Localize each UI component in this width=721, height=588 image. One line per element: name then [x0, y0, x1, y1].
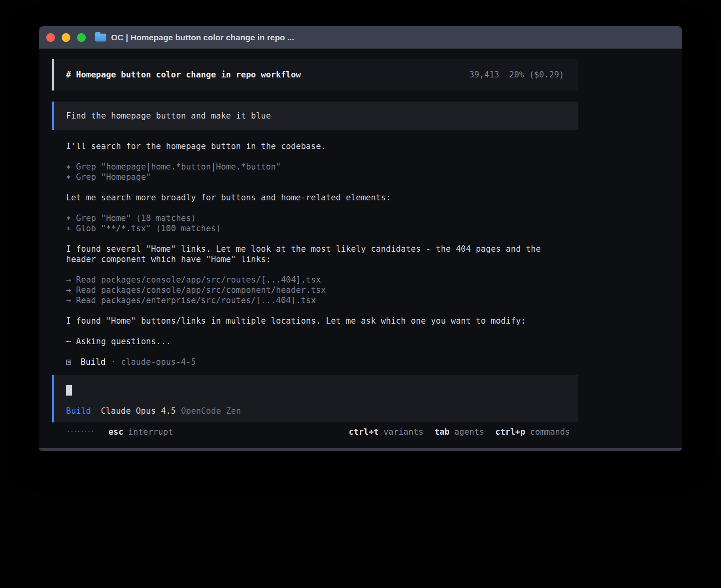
terminal-window: OC | Homepage button color change in rep…	[39, 26, 682, 451]
shortcut-commands: ctrl+p commands	[495, 427, 570, 437]
tool-call-grep: ∗ Grep "homepage|home.*button|Home.*butt…	[66, 162, 564, 172]
assistant-text: I found several "Home" links. Let me loo…	[66, 244, 564, 264]
folder-icon	[95, 34, 106, 41]
prompt-input[interactable]: Build Claude Opus 4.5 OpenCode Zen	[52, 375, 578, 422]
footer-left: ········ esc interrupt	[66, 427, 173, 437]
agent-name: Build	[81, 357, 106, 367]
input-status-bar: Build Claude Opus 4.5 OpenCode Zen	[66, 406, 564, 416]
shortcut-label: commands	[530, 427, 570, 437]
titlebar: OC | Homepage button color change in rep…	[39, 26, 682, 49]
session-content: # Homepage button color change in repo w…	[52, 49, 578, 437]
asking-status: ~ Asking questions...	[66, 336, 564, 347]
tool-call-glob: ∗ Glob "**/*.tsx" (100 matches)	[66, 223, 564, 234]
tool-call-read: → Read packages/console/app/src/componen…	[66, 285, 564, 295]
status-footer: ········ esc interrupt ctrl+t variants t…	[52, 427, 578, 437]
mode-badge[interactable]: Build	[66, 406, 91, 416]
minimize-button[interactable]	[62, 33, 70, 42]
session-title: # Homepage button color change in repo w…	[66, 70, 301, 80]
tool-call-read: → Read packages/console/app/src/routes/[…	[66, 275, 564, 285]
tool-call-read: → Read packages/enterprise/src/routes/[.…	[66, 295, 564, 305]
agent-separator: ·	[111, 357, 116, 367]
zoom-button[interactable]	[77, 33, 86, 42]
shortcut-key: tab	[434, 427, 449, 437]
session-header: # Homepage button color change in repo w…	[52, 59, 578, 90]
assistant-text: Let me search more broadly for buttons a…	[66, 192, 564, 203]
agent-model: claude-opus-4-5	[121, 357, 196, 367]
provider-name: OpenCode Zen	[181, 406, 241, 416]
assistant-transcript: I'll search for the homepage button in t…	[52, 141, 578, 367]
tool-call-grep: ∗ Grep "Home" (18 matches)	[66, 213, 564, 223]
assistant-text: I found "Home" buttons/links in multiple…	[66, 316, 564, 326]
shortcut-key: ctrl+t	[349, 427, 379, 437]
shortcut-agents: tab agents	[434, 427, 484, 437]
esc-key-label: interrupt	[128, 427, 173, 437]
traffic-lights	[46, 33, 86, 42]
session-stats: 39,413 20% ($0.29)	[469, 70, 564, 80]
esc-key-hint: esc	[108, 427, 123, 437]
context-cost: 20% ($0.29)	[509, 70, 564, 80]
shortcut-variants: ctrl+t variants	[349, 427, 423, 437]
token-count: 39,413	[469, 70, 499, 80]
shortcut-key: ctrl+p	[495, 427, 525, 437]
assistant-text: I'll search for the homepage button in t…	[66, 141, 564, 151]
shortcut-label: agents	[454, 427, 484, 437]
model-name[interactable]: Claude Opus 4.5	[101, 406, 176, 416]
text-cursor	[66, 385, 72, 396]
user-message-text: Find the homepage button and make it blu…	[66, 111, 271, 121]
tool-call-grep: ∗ Grep "Homepage"	[66, 172, 564, 182]
footer-shortcuts: ctrl+t variants tab agents ctrl+p comman…	[349, 427, 570, 437]
shortcut-label: variants	[383, 427, 423, 437]
user-message: Find the homepage button and make it blu…	[52, 102, 578, 130]
window-title: OC | Homepage button color change in rep…	[111, 33, 294, 42]
close-button[interactable]	[46, 33, 55, 42]
agent-status-row: Build · claude-opus-4-5	[66, 357, 564, 367]
spinner-icon: ········	[66, 427, 93, 437]
agent-icon	[66, 360, 71, 365]
